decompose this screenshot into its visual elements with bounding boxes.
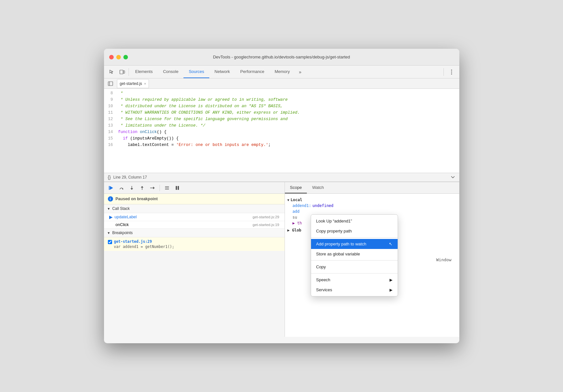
scope-item-addend2: add <box>287 209 457 214</box>
status-bar-icon: {} <box>108 175 111 180</box>
tab-memory[interactable]: Memory <box>269 66 295 78</box>
tab-console[interactable]: Console <box>158 66 184 78</box>
window-title: DevTools - googlechrome.github.io/devtoo… <box>213 55 350 59</box>
devtools-tabs: Elements Console Sources Network Perform… <box>130 66 304 78</box>
svg-marker-13 <box>141 186 143 188</box>
device-icon[interactable] <box>117 67 127 77</box>
line-num-13: 13 <box>108 122 113 129</box>
tab-network[interactable]: Network <box>209 66 235 78</box>
file-tab-name: get-started.js <box>120 81 142 86</box>
scope-arrow-this: ▶ th <box>293 221 302 225</box>
scope-val-addend1: undefined <box>312 203 333 208</box>
scope-key-addend2: add <box>293 209 300 214</box>
maximize-button[interactable] <box>123 55 128 59</box>
status-bar-right <box>450 174 455 181</box>
toolbar-separator <box>129 68 129 76</box>
breakpoints-list: get-started.js:29 var addend1 = getNumbe… <box>104 237 285 251</box>
scope-item-addend1: addend1: undefined <box>287 203 457 209</box>
tab-elements[interactable]: Elements <box>130 66 158 78</box>
file-tab-close[interactable]: × <box>144 82 146 86</box>
pause-on-exceptions-button[interactable] <box>173 183 182 192</box>
tab-sources[interactable]: Sources <box>183 66 209 78</box>
code-lines: * * Unless required by applicable law or… <box>117 90 459 148</box>
ctx-lookup-label: Look Up “addend1” <box>316 219 352 223</box>
more-options-button[interactable] <box>446 67 457 77</box>
code-area: 8 9 10 11 12 13 14 15 16 * * Unless requ… <box>104 89 459 173</box>
ctx-copy-path-label: Copy property path <box>316 229 352 233</box>
cursor-indicator: ↖ <box>389 242 392 246</box>
call-stack-func-2: onClick <box>109 222 253 227</box>
code-line-16: label.textContent = 'Error: one or both … <box>118 142 458 148</box>
info-icon: i <box>108 196 113 201</box>
sidebar-toggle[interactable] <box>107 80 114 88</box>
ctx-lookup[interactable]: Look Up “addend1” <box>311 216 398 226</box>
tab-performance[interactable]: Performance <box>235 66 269 78</box>
call-stack-item-onclick[interactable]: onClick get-started.js:19 <box>104 221 285 229</box>
svg-rect-0 <box>120 70 123 74</box>
ctx-speech[interactable]: Speech ▶ <box>311 275 398 285</box>
paused-text: Paused on breakpoint <box>116 197 158 201</box>
context-menu: Look Up “addend1” Copy property path Add… <box>311 214 398 296</box>
file-tab-get-started[interactable]: get-started.js × <box>117 79 149 88</box>
close-button[interactable] <box>109 55 114 59</box>
tab-watch[interactable]: Watch <box>307 182 329 193</box>
call-stack-func-1: updateLabel <box>115 215 253 219</box>
call-stack-item-update-label[interactable]: ▶ updateLabel get-started.js:29 <box>104 213 285 221</box>
step-button[interactable] <box>148 183 157 192</box>
devtools-toolbar: Elements Console Sources Network Perform… <box>104 66 459 78</box>
file-tab-bar: get-started.js × <box>104 78 459 89</box>
tab-scope[interactable]: Scope <box>285 182 307 193</box>
debug-section: i Paused on breakpoint ▼ Call Stack ▶ up… <box>104 182 459 337</box>
code-line-15: if (inputsAreEmpty()) { <box>118 135 458 142</box>
call-stack-list: ▶ updateLabel get-started.js:29 onClick … <box>104 213 285 229</box>
scope-local-header[interactable]: ▼ Local <box>287 197 457 203</box>
scope-key-addend1: addend1: <box>293 203 311 208</box>
inspect-icon[interactable] <box>107 67 117 77</box>
breakpoints-arrow: ▼ <box>107 231 110 235</box>
status-bar: {} Line 29, Column 17 <box>104 173 459 182</box>
line-num-9: 9 <box>108 97 113 103</box>
debug-separator <box>160 185 160 191</box>
ctx-copy[interactable]: Copy <box>311 262 398 272</box>
breakpoint-checkbox-1[interactable] <box>108 240 112 244</box>
line-numbers: 8 9 10 11 12 13 14 15 16 <box>104 90 117 148</box>
step-out-button[interactable] <box>138 183 147 192</box>
ctx-copy-label: Copy <box>316 264 326 269</box>
ctx-services-label: Services <box>316 287 332 292</box>
svg-point-3 <box>451 71 452 72</box>
devtools-window: DevTools - googlechrome.github.io/devtoo… <box>104 49 459 343</box>
ctx-add-to-watch[interactable]: Add property path to watch ↖ <box>311 239 398 249</box>
svg-rect-5 <box>108 82 113 86</box>
call-stack-header[interactable]: ▼ Call Stack <box>104 204 285 213</box>
status-bar-text: Line 29, Column 17 <box>113 175 147 180</box>
scope-watch-tabs: Scope Watch <box>285 182 459 194</box>
breakpoints-header[interactable]: ▼ Breakpoints <box>104 229 285 237</box>
step-into-button[interactable] <box>127 183 136 192</box>
breakpoint-filename-1: get-started.js:29 <box>114 239 174 244</box>
ctx-copy-path[interactable]: Copy property path <box>311 226 398 236</box>
breakpoint-content-1: get-started.js:29 var addend1 = getNumbe… <box>114 239 174 249</box>
more-tabs-button[interactable]: » <box>296 68 304 76</box>
ctx-speech-label: Speech <box>316 277 330 282</box>
step-over-button[interactable] <box>117 183 126 192</box>
svg-rect-8 <box>109 186 109 190</box>
code-line-14: function onClick() { <box>118 129 458 135</box>
paused-notice: i Paused on breakpoint <box>104 194 285 204</box>
traffic-lights <box>109 55 128 59</box>
svg-rect-19 <box>176 186 177 190</box>
ctx-separator-3 <box>311 273 398 273</box>
breakpoints-label: Breakpoints <box>112 231 132 235</box>
ctx-store-global[interactable]: Store as global variable <box>311 249 398 259</box>
ctx-store-global-label: Store as global variable <box>316 252 360 256</box>
debug-toolbar <box>104 182 285 194</box>
title-bar: DevTools - googlechrome.github.io/devtoo… <box>104 49 459 66</box>
deactivate-breakpoints-button[interactable] <box>162 183 172 192</box>
line-num-14: 14 <box>108 129 113 135</box>
svg-point-4 <box>451 73 452 74</box>
toolbar-right <box>441 67 457 77</box>
ctx-separator-2 <box>311 260 398 261</box>
minimize-button[interactable] <box>116 55 121 59</box>
resume-button[interactable] <box>107 183 116 192</box>
breakpoint-code-1: var addend1 = getNumber1(); <box>114 244 174 249</box>
ctx-services[interactable]: Services ▶ <box>311 285 398 295</box>
